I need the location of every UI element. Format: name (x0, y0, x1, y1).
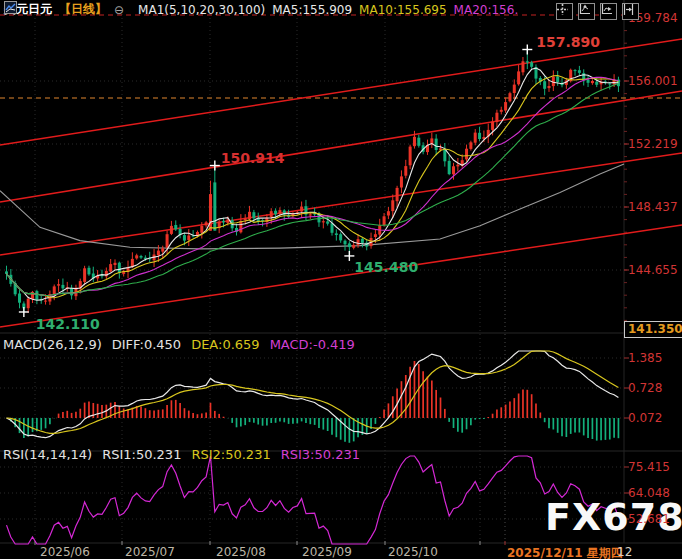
ma-settings-label: MA1(5,10,20,30,100) (138, 3, 265, 17)
time-axis-tick: 2025/10 (388, 545, 438, 559)
chart-canvas[interactable] (0, 0, 682, 559)
fit-chart-left-icon[interactable] (578, 3, 595, 20)
price-annotation: 145.480 (354, 259, 418, 275)
time-axis-tick: 2025/07 (125, 545, 175, 559)
rsi-indicator-row: RSI(14,14,14) RSI1:50.231 RSI2:50.231 RS… (3, 447, 360, 462)
pane-bottom-price-label: 141.350 (624, 321, 682, 338)
price-axis-tick: 156.001 (628, 74, 678, 88)
macd-diff-value: DIFF:0.450 (112, 337, 181, 352)
rsi-axis-tick: 75.415 (628, 460, 670, 474)
fit-chart-right-icon[interactable] (600, 3, 617, 20)
price-axis-tick: 148.437 (628, 200, 678, 214)
chart-app-window: 美元日元 【日线】 ⊖ MA1(5,10,20,30,100) MA5:155.… (0, 0, 682, 559)
collapse-icon[interactable]: ⊖ (114, 3, 124, 17)
ma5-value: MA5:155.909 (272, 3, 352, 17)
rsi3-value: RSI3:50.231 (281, 447, 360, 462)
time-axis-tick: 2025/09 (302, 545, 352, 559)
macd-axis-tick: 0.728 (628, 381, 662, 395)
price-axis-tick: 152.219 (628, 137, 678, 151)
macd-macd-value: MACD:-0.419 (270, 337, 355, 352)
macd-dea-value: DEA:0.659 (191, 337, 260, 352)
current-date-label: 2025/12/11 星期四 (507, 545, 623, 559)
rsi1-value: RSI1:50.231 (102, 447, 181, 462)
ma20-value: MA20:156. (454, 3, 519, 17)
ma10-value: MA10:155.695 (359, 3, 447, 17)
price-annotation: 142.110 (36, 316, 100, 332)
macd-axis-tick: 0.072 (628, 411, 662, 425)
period-tag[interactable]: 【日线】 (59, 1, 107, 18)
macd-settings-label: MACD(26,12,9) (3, 337, 102, 352)
go-to-latest-icon[interactable] (622, 3, 639, 20)
rsi-settings-label: RSI(14,14,14) (3, 447, 92, 462)
chart-header: 美元日元 【日线】 ⊖ MA1(5,10,20,30,100) MA5:155.… (4, 1, 518, 18)
price-axis-tick: 144.655 (628, 263, 678, 277)
rsi2-value: RSI2:50.231 (191, 447, 270, 462)
rsi-axis-tick: 52.681 (628, 512, 670, 526)
month-12-label: 12 (617, 545, 632, 559)
rsi-axis-tick: 64.048 (628, 486, 670, 500)
time-axis-tick: 2025/08 (216, 545, 266, 559)
macd-indicator-row: MACD(26,12,9) DIFF:0.450 DEA:0.659 MACD:… (3, 337, 355, 352)
time-axis-tick: 2025/06 (40, 545, 90, 559)
candles (5, 50, 620, 314)
price-annotation: 150.914 (221, 150, 285, 166)
pan-crosshair-icon[interactable] (556, 3, 573, 20)
macd-axis-tick: 1.385 (628, 351, 662, 365)
price-annotation: 157.890 (536, 34, 600, 50)
